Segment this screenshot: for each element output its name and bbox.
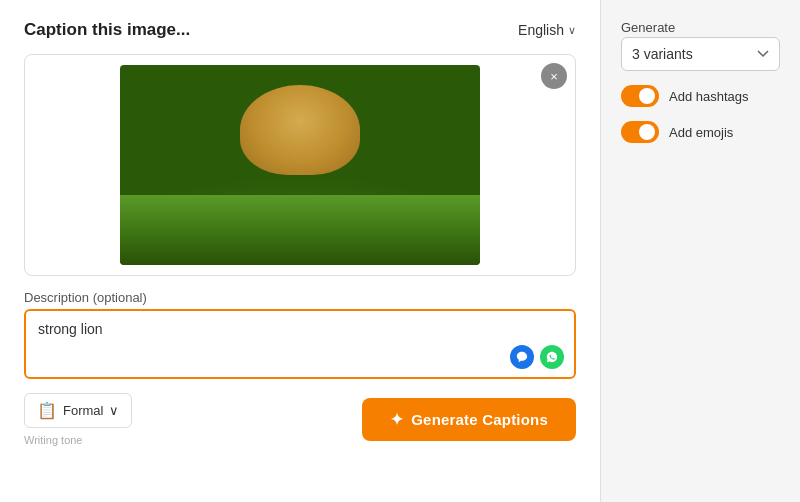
bottom-row: 📋 Formal ∨ Writing tone ✦ Generate Capti… (24, 393, 576, 446)
generate-star-icon: ✦ (390, 410, 403, 429)
hashtags-label: Add hashtags (669, 89, 749, 104)
language-selector[interactable]: English ∨ (518, 22, 576, 38)
main-panel: Caption this image... English ∨ × Descri… (0, 0, 600, 502)
hashtags-toggle-slider (621, 85, 659, 107)
description-input[interactable]: strong lion (38, 321, 562, 361)
description-label: Description (optional) (24, 290, 576, 305)
tone-button[interactable]: 📋 Formal ∨ (24, 393, 132, 428)
whatsapp-icon[interactable] (540, 345, 564, 369)
emojis-label: Add emojis (669, 125, 733, 140)
textarea-icon-group (510, 345, 564, 369)
emojis-toggle-row: Add emojis (621, 121, 780, 143)
page-title: Caption this image... (24, 20, 190, 40)
tone-icon: 📋 (37, 401, 57, 420)
chevron-down-icon: ∨ (568, 24, 576, 37)
tone-label: Formal (63, 403, 103, 418)
chat-icon[interactable] (510, 345, 534, 369)
hashtags-toggle[interactable] (621, 85, 659, 107)
close-image-button[interactable]: × (541, 63, 567, 89)
tone-chevron-icon: ∨ (109, 403, 119, 418)
variants-select[interactable]: 1 variant 2 variants 3 variants 4 varian… (621, 37, 780, 71)
generate-button-label: Generate Captions (411, 411, 548, 428)
emojis-toggle[interactable] (621, 121, 659, 143)
description-section: Description (optional) strong lion (24, 290, 576, 379)
description-input-wrapper: strong lion (24, 309, 576, 379)
generate-label: Generate (621, 20, 780, 35)
uploaded-image (120, 65, 480, 265)
tone-wrapper: 📋 Formal ∨ Writing tone (24, 393, 132, 446)
hashtags-toggle-row: Add hashtags (621, 85, 780, 107)
variants-section: Generate 1 variant 2 variants 3 variants… (621, 20, 780, 71)
right-sidebar: Generate 1 variant 2 variants 3 variants… (600, 0, 800, 502)
header-row: Caption this image... English ∨ (24, 20, 576, 40)
writing-tone-label: Writing tone (24, 434, 132, 446)
emojis-toggle-slider (621, 121, 659, 143)
language-label: English (518, 22, 564, 38)
image-upload-area[interactable]: × (24, 54, 576, 276)
generate-captions-button[interactable]: ✦ Generate Captions (362, 398, 576, 441)
